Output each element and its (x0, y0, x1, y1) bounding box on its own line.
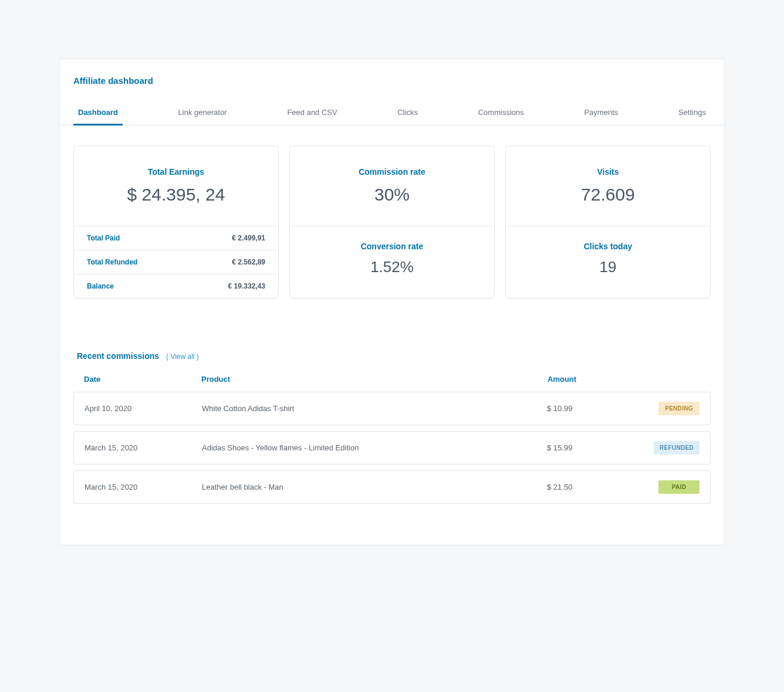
table-row: March 15, 2020 Adidas Shoes - Yellow fla… (73, 431, 711, 464)
status-badge-paid: PAID (658, 480, 699, 494)
subrow-value: € 2.499,91 (232, 234, 265, 242)
row-date: April 10, 2020 (85, 404, 202, 413)
card-visits-value: 72.609 (512, 185, 704, 205)
card-commission: Commission rate 30% Conversion rate 1.52… (289, 145, 495, 298)
row-status: PENDING (647, 402, 699, 415)
recent-commissions-section: Recent commissions ( View all ) Date Pro… (59, 298, 725, 504)
subrow-value: € 19.332,43 (228, 282, 265, 290)
row-product: Adidas Shoes - Yellow flames - Limited E… (202, 443, 547, 452)
view-all-link[interactable]: ( View all ) (166, 352, 199, 361)
col-header-product: Product (201, 375, 548, 384)
table-header: Date Product Amount (73, 375, 711, 392)
card-commission-rate-value: 30% (296, 185, 488, 205)
tab-dashboard[interactable]: Dashboard (73, 102, 123, 125)
tab-settings[interactable]: Settings (674, 102, 711, 125)
row-status: REFUNDED (647, 441, 699, 454)
section-title: Recent commissions (77, 351, 159, 361)
dashboard-panel: Affiliate dashboard Dashboard Link gener… (59, 59, 725, 545)
card-earnings-subrows: Total Paid € 2.499,91 Total Refunded € 2… (74, 226, 278, 298)
col-header-status (647, 375, 700, 384)
row-date: March 15, 2020 (85, 483, 202, 491)
tab-commissions[interactable]: Commissions (474, 102, 529, 125)
table-row: April 10, 2020 White Cotton Adidas T-shi… (73, 392, 711, 425)
card-clicks-today-label: Clicks today (512, 242, 704, 251)
card-visits-top: Visits 72.609 (506, 146, 710, 226)
col-header-amount: Amount (548, 375, 647, 384)
subrow-balance: Balance € 19.332,43 (74, 274, 278, 298)
tab-link-generator[interactable]: Link generator (174, 102, 232, 125)
subrow-total-refunded: Total Refunded € 2.562,89 (74, 250, 278, 274)
card-earnings-label: Total Earnings (80, 167, 272, 177)
card-conversion: Conversion rate 1.52% (290, 226, 494, 294)
card-commission-top: Commission rate 30% (290, 146, 494, 226)
subrow-label: Balance (87, 282, 114, 290)
card-earnings-top: Total Earnings $ 24.395, 24 (74, 146, 278, 226)
tab-clicks[interactable]: Clicks (393, 102, 423, 125)
row-amount: $ 21.50 (547, 483, 647, 491)
card-clicks-today: Clicks today 19 (506, 226, 710, 294)
card-earnings: Total Earnings $ 24.395, 24 Total Paid €… (73, 145, 279, 298)
page-title: Affiliate dashboard (59, 76, 725, 102)
row-status: PAID (647, 480, 699, 494)
row-product: Leather bell black - Man (202, 483, 547, 491)
card-visits-label: Visits (512, 167, 704, 177)
subrow-label: Total Paid (87, 234, 120, 242)
tabs: Dashboard Link generator Feed and CSV Cl… (59, 102, 725, 125)
status-badge-refunded: REFUNDED (654, 441, 699, 454)
card-conversion-rate-value: 1.52% (296, 258, 488, 276)
col-header-date: Date (84, 375, 201, 384)
row-product: White Cotton Adidas T-shirt (202, 404, 547, 413)
tab-payments[interactable]: Payments (579, 102, 623, 125)
card-clicks-today-value: 19 (512, 258, 704, 276)
subrow-value: € 2.562,89 (232, 258, 265, 266)
row-date: March 15, 2020 (85, 443, 202, 452)
card-earnings-value: $ 24.395, 24 (80, 185, 272, 205)
row-amount: $ 10.99 (547, 404, 647, 413)
card-visits: Visits 72.609 Clicks today 19 (505, 145, 711, 298)
tab-feed-csv[interactable]: Feed and CSV (282, 102, 342, 125)
card-conversion-rate-label: Conversion rate (296, 242, 488, 251)
card-commission-rate-label: Commission rate (296, 167, 488, 177)
subrow-total-paid: Total Paid € 2.499,91 (74, 226, 278, 250)
stat-cards: Total Earnings $ 24.395, 24 Total Paid €… (59, 125, 725, 298)
table-row: March 15, 2020 Leather bell black - Man … (73, 470, 711, 504)
row-amount: $ 15.99 (547, 443, 647, 452)
section-header: Recent commissions ( View all ) (73, 351, 711, 361)
subrow-label: Total Refunded (87, 258, 137, 266)
status-badge-pending: PENDING (658, 402, 699, 415)
